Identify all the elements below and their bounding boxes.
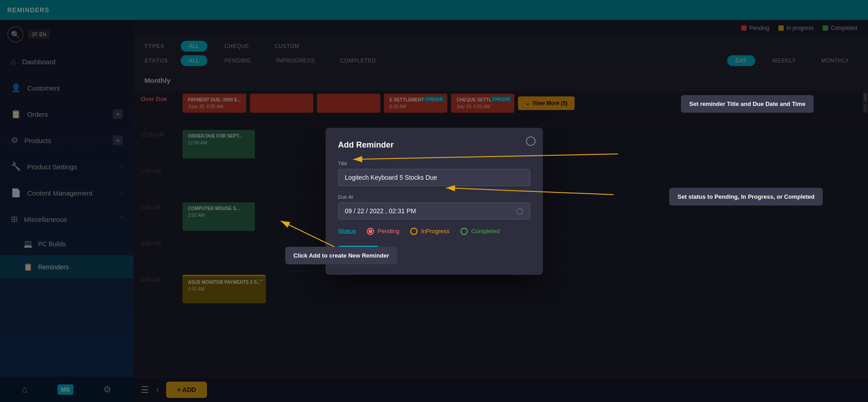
due-at-label: Due At xyxy=(338,194,530,200)
title-label: Title xyxy=(338,161,530,166)
modal-close-button[interactable]: ◯ xyxy=(526,135,536,146)
modal-overlay[interactable]: Add Reminder ◯ Title Due At 09 / 22 / 20… xyxy=(0,0,868,402)
status-row: Status Pending InProgress Completed xyxy=(338,228,530,235)
pending-label: Pending xyxy=(378,228,399,234)
pending-radio-circle xyxy=(367,228,374,235)
title-form-group: Title xyxy=(338,161,530,186)
title-tooltip: Set reminder Title and Due Date and Time xyxy=(681,95,814,113)
modal-add-button[interactable]: ADD xyxy=(338,246,379,262)
status-inprogress-radio[interactable]: InProgress xyxy=(410,228,450,235)
due-at-input[interactable]: 09 / 22 / 2022 , 02:31 PM ◯ xyxy=(338,202,530,220)
modal-title: Add Reminder xyxy=(338,140,530,150)
due-at-value: 09 / 22 / 2022 , 02:31 PM xyxy=(345,207,416,215)
due-at-form-group: Due At 09 / 22 / 2022 , 02:31 PM ◯ xyxy=(338,194,530,220)
status-completed-radio[interactable]: Completed xyxy=(460,228,500,235)
inprogress-label: InProgress xyxy=(421,228,450,234)
add-reminder-modal: Add Reminder ◯ Title Due At 09 / 22 / 20… xyxy=(326,128,543,275)
status-tooltip: Set status to Pending, In Progress, or C… xyxy=(669,188,823,206)
inprogress-radio-circle xyxy=(410,228,417,235)
date-clear-icon[interactable]: ◯ xyxy=(516,207,523,215)
completed-label: Completed xyxy=(471,228,500,234)
title-input[interactable] xyxy=(338,169,530,186)
completed-radio-circle xyxy=(460,228,468,235)
status-pending-radio[interactable]: Pending xyxy=(367,228,399,235)
status-field-label: Status xyxy=(338,228,356,235)
